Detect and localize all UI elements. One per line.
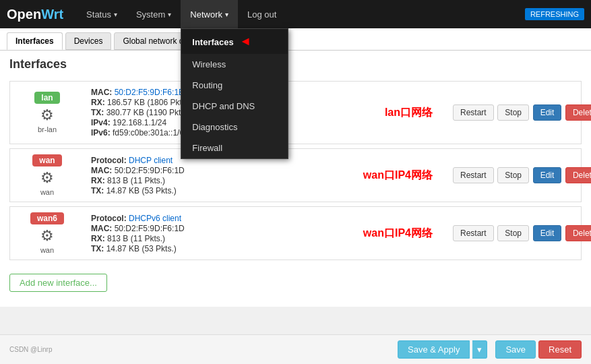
iface-name-wan: wan ⚙ wan: [10, 149, 84, 202]
iface-info-wan6: Protocol: DHCPv6 client MAC: 50:D2:F5:9D…: [84, 208, 350, 260]
wan-icon: ⚙: [17, 169, 77, 187]
iface-actions-lan: Restart Stop Edit Delete: [446, 99, 581, 126]
network-dropdown: Interfaces ◄ Wireless Routing DHCP and D…: [181, 28, 288, 159]
lan-stop-btn[interactable]: Stop: [497, 104, 529, 121]
wan6-delete-btn[interactable]: Delete: [565, 225, 591, 241]
main-content: Interfaces lan ⚙ br-lan MAC: 50:D2:F5:9D…: [0, 51, 591, 307]
iface-badge-wan6: wan6: [30, 212, 64, 224]
dd-wireless[interactable]: Wireless: [181, 54, 288, 75]
dd-firewall[interactable]: Firewall: [181, 138, 288, 158]
wan6-icon: ⚙: [17, 227, 77, 245]
iface-sublabel-wan: wan: [17, 188, 77, 196]
iface-badge-lan: lan: [34, 92, 59, 104]
iface-row-wan6: wan6 ⚙ wan Protocol: DHCPv6 client MAC: …: [9, 206, 582, 260]
iface-actions-wan6: Restart Stop Edit Delete: [446, 220, 581, 247]
page-title: Interfaces: [9, 57, 582, 71]
iface-annotation-lan: lan口网络: [371, 106, 446, 120]
brand: OpenWrt: [7, 7, 63, 22]
dd-diagnostics[interactable]: Diagnostics: [181, 117, 288, 138]
iface-annotation-wan6: wan口IP4网络: [350, 226, 446, 241]
wan6-stop-btn[interactable]: Stop: [497, 225, 529, 241]
lan-edit-btn[interactable]: Edit: [533, 104, 562, 121]
nav-network[interactable]: Network ▾ Interfaces ◄ Wireless Routing …: [181, 0, 238, 28]
lan-delete-btn[interactable]: Delete: [565, 104, 591, 121]
iface-actions-wan: Restart Stop Edit Delete: [446, 162, 581, 189]
nav-system[interactable]: System ▾: [127, 0, 181, 28]
wan-restart-btn[interactable]: Restart: [453, 167, 494, 183]
iface-badge-wan: wan: [32, 154, 61, 166]
wan-stop-btn[interactable]: Stop: [497, 167, 529, 183]
iface-name-lan: lan ⚙ br-lan: [10, 86, 84, 139]
tabs-bar: Interfaces Devices Global network d: [0, 28, 591, 51]
nav-logout[interactable]: Log out: [238, 0, 286, 28]
iface-name-wan6: wan6 ⚙ wan: [10, 207, 84, 260]
lan-restart-btn[interactable]: Restart: [453, 104, 494, 121]
wan-delete-btn[interactable]: Delete: [565, 167, 591, 183]
network-caret: ▾: [225, 11, 228, 18]
lan-icon: ⚙: [17, 107, 77, 124]
iface-row-lan: lan ⚙ br-lan MAC: 50:D2:F5:9D:F6:1E RX: …: [9, 81, 582, 144]
wan6-restart-btn[interactable]: Restart: [453, 225, 494, 241]
navbar: OpenWrt Status ▾ System ▾ Network ▾ Inte…: [0, 0, 591, 28]
tab-interfaces[interactable]: Interfaces: [7, 32, 63, 50]
iface-sublabel-wan6: wan: [17, 246, 77, 254]
tab-devices[interactable]: Devices: [65, 32, 112, 50]
nav-status[interactable]: Status ▾: [77, 0, 127, 28]
wan-edit-btn[interactable]: Edit: [533, 167, 562, 183]
system-caret: ▾: [168, 11, 171, 18]
arrow-icon: ◄: [239, 34, 251, 49]
iface-row-wan: wan ⚙ wan Protocol: DHCP client MAC: 50:…: [9, 148, 582, 202]
status-caret: ▾: [114, 11, 117, 18]
dd-interfaces[interactable]: Interfaces ◄: [181, 29, 288, 54]
dd-routing[interactable]: Routing: [181, 75, 288, 96]
iface-annotation-wan: wan口IP4网络: [350, 169, 446, 183]
refreshing-badge: REFRESHING: [525, 8, 584, 20]
dd-dhcp-dns[interactable]: DHCP and DNS: [181, 96, 288, 117]
wan6-edit-btn[interactable]: Edit: [533, 225, 562, 241]
iface-sublabel-lan: br-lan: [17, 125, 77, 133]
add-interface-btn[interactable]: Add new interface...: [9, 274, 107, 292]
